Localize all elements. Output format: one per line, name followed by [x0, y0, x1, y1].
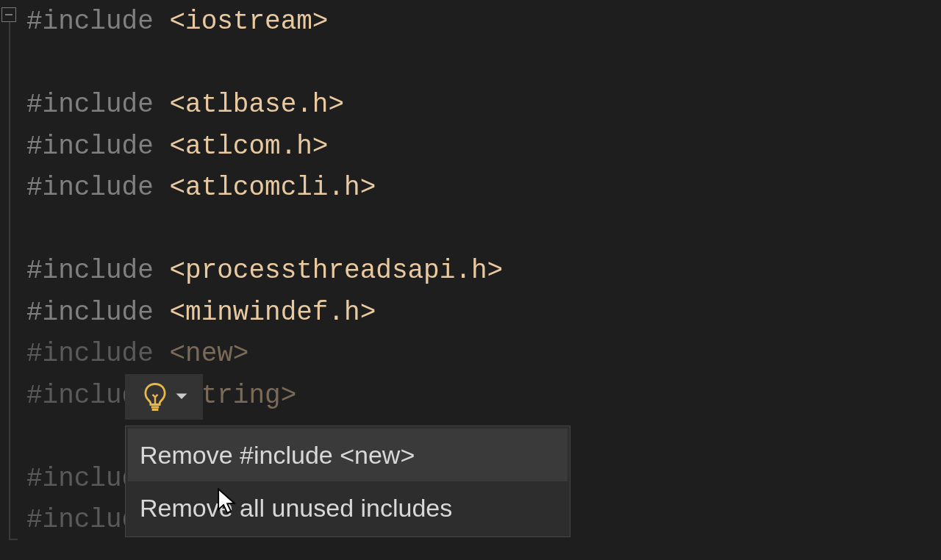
include-header: <atlcomcli.h> [169, 173, 376, 203]
fold-guide-end [9, 539, 18, 540]
include-directive: #include [26, 173, 169, 203]
code-line[interactable]: #include <iostream> [26, 1, 941, 43]
lightbulb-quickfix-button[interactable] [125, 374, 203, 420]
quickfix-item[interactable]: Remove #include <new> [128, 428, 568, 481]
include-header: <atlcom.h> [169, 132, 328, 162]
chevron-down-icon [175, 392, 188, 401]
include-header: <atlbase.h> [169, 90, 344, 120]
include-header: <minwindef.h> [169, 298, 376, 328]
include-directive: #include [26, 298, 169, 328]
include-directive: #include [26, 132, 169, 162]
include-directive: #include [26, 256, 169, 286]
include-header: <new> [169, 339, 248, 369]
include-directive: #include [26, 7, 169, 37]
fold-collapse-icon[interactable] [1, 7, 16, 22]
code-line[interactable]: #include <atlbase.h> [26, 85, 941, 126]
lightbulb-icon [140, 381, 171, 412]
code-line[interactable]: #include <processthreadsapi.h> [26, 251, 941, 292]
include-directive: #include [26, 339, 169, 369]
include-header: <processthreadsapi.h> [169, 256, 503, 286]
quickfix-popup: Remove #include <new>Remove all unused i… [125, 426, 570, 537]
code-line[interactable] [26, 209, 941, 251]
quickfix-item[interactable]: Remove all unused includes [128, 481, 568, 534]
code-line[interactable]: #include <atlcomcli.h> [26, 168, 941, 209]
include-directive: #include [26, 90, 169, 120]
code-line[interactable]: #include <atlcom.h> [26, 126, 941, 168]
include-header: <iostream> [169, 7, 328, 37]
fold-guide-line [9, 22, 10, 540]
code-line[interactable]: #include <new> [26, 334, 941, 376]
code-line[interactable]: #include <minwindef.h> [26, 292, 941, 334]
code-line[interactable] [26, 43, 941, 85]
